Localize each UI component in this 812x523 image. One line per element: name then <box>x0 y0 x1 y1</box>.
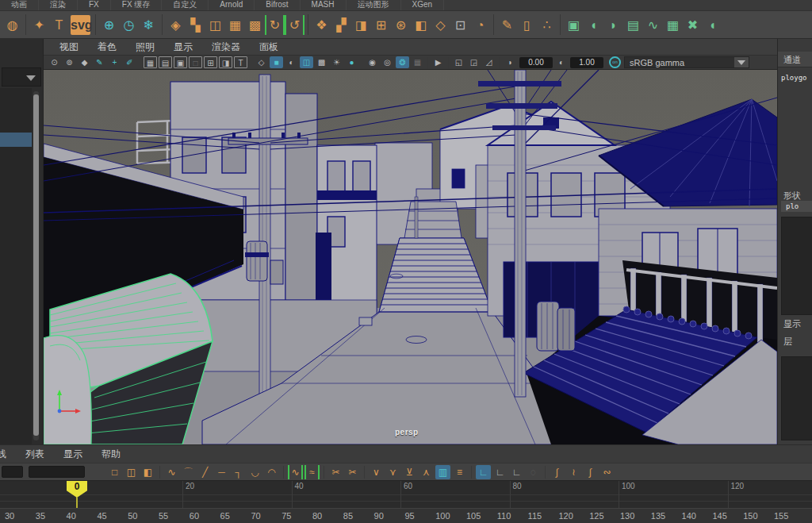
exposure-field[interactable]: 0.00 <box>519 57 553 68</box>
tangent-spline-icon[interactable]: ∿ <box>164 465 179 479</box>
time-snap-icon[interactable]: ▥ <box>435 465 450 479</box>
viewport-menu-2[interactable]: 照明 <box>126 40 164 54</box>
ghost-curve-icon[interactable]: ◌ <box>526 465 541 479</box>
post-infinity-cycle-icon[interactable]: ∫ <box>583 465 598 479</box>
frame-center-icon[interactable]: ◧ <box>140 465 155 479</box>
stacked-view-icon[interactable]: ∟ <box>492 465 508 479</box>
safe-action-icon[interactable]: ◨ <box>219 56 232 68</box>
gamma-field[interactable]: 1.00 <box>570 57 603 68</box>
locator-icon[interactable]: ⊕ <box>99 15 119 35</box>
layers-box[interactable] <box>781 356 812 440</box>
shadows-icon[interactable]: ● <box>345 56 358 68</box>
mash-network-icon[interactable]: ◈ <box>166 15 186 35</box>
mash-add-icon[interactable]: ▚ <box>186 15 205 35</box>
mash-grid-icon[interactable]: ▦ <box>225 15 245 35</box>
ao-icon[interactable]: ◉ <box>366 56 379 68</box>
pre-infinity-offset-icon[interactable]: ≀ <box>566 465 581 479</box>
xgen-curls-icon[interactable]: ∿ <box>643 15 663 35</box>
tangent-linear-icon[interactable]: ╱ <box>197 465 213 479</box>
poly-sphere-icon[interactable]: ◍ <box>2 15 22 35</box>
graph-time-ruler[interactable]: 0 20406080100120 <box>0 480 812 508</box>
snapshot-icon[interactable]: ◱ <box>452 56 465 68</box>
mash-half-icon[interactable]: ◧ <box>411 15 431 35</box>
pre-infinity-cycle-icon[interactable]: ∫ <box>550 465 565 479</box>
viewport-menu-4[interactable]: 渲染器 <box>202 40 250 54</box>
exposure-icon[interactable]: ◑ <box>503 56 516 68</box>
tangent-auto-icon[interactable]: ◠ <box>264 465 279 479</box>
tangent-step-icon[interactable]: ┐ <box>231 465 246 479</box>
shelf-tab-5[interactable]: Arnold <box>209 0 255 10</box>
select-cursor-icon[interactable]: ▶ <box>431 56 445 68</box>
curve-handles-icon[interactable]: ▯ <box>517 15 537 35</box>
shelf-tab-9[interactable]: XGen <box>401 0 445 10</box>
mash-dome-icon[interactable]: ◔ <box>470 15 490 35</box>
viewport-menu-3[interactable]: 显示 <box>164 40 202 54</box>
curve-knife-icon[interactable]: ✎ <box>497 15 517 35</box>
resolution-gate-icon[interactable]: ▣ <box>174 56 187 68</box>
layers-label[interactable]: 层 <box>778 336 792 348</box>
viewport-menu-5[interactable]: 面板 <box>250 40 288 54</box>
unify-tangents-icon[interactable]: ✂ <box>345 465 360 479</box>
xgen-groom-icon[interactable]: ◖ <box>584 15 603 35</box>
buffer-snapshot-icon[interactable]: ∿ <box>288 465 303 479</box>
mash-grid-plus-icon[interactable]: ⊞ <box>371 15 391 35</box>
bounding-box-icon[interactable]: ⊡ <box>450 15 470 35</box>
default-material-icon[interactable]: ▩ <box>315 56 328 68</box>
viewport-menu-0[interactable]: 视图 <box>50 40 88 54</box>
xgen-cross-icon[interactable]: ✖ <box>683 15 703 35</box>
time-slider[interactable]: 3035404550556065707580859095100105110115… <box>0 508 812 523</box>
bookmark-icon[interactable]: ◆ <box>78 56 91 68</box>
camera-tools-icon[interactable]: ✐ <box>123 56 136 68</box>
wireframe-icon[interactable]: ◇ <box>255 56 268 68</box>
tangent-plateau-icon[interactable]: ◡ <box>247 465 262 479</box>
lighting-icon[interactable]: ☀ <box>330 56 343 68</box>
multisample-icon[interactable]: ❂ <box>396 56 409 68</box>
camera-icon[interactable]: ⊚ <box>63 56 76 68</box>
value-snap-icon[interactable]: ≡ <box>452 465 467 479</box>
shaded-icon[interactable]: ■ <box>270 56 283 68</box>
xgen-description-icon[interactable]: ▣ <box>564 15 584 35</box>
outliner-scrollbar-thumb[interactable] <box>33 94 39 436</box>
mash-distribute-icon[interactable]: ◫ <box>205 15 225 35</box>
mash-spread-icon[interactable]: ▞ <box>331 15 351 35</box>
gate-mask-icon[interactable]: □ <box>189 56 202 68</box>
channel-values-box[interactable] <box>781 217 812 315</box>
mash-repro-icon[interactable]: ❖ <box>312 15 331 35</box>
shelf-tab-1[interactable]: 渲染 <box>39 0 78 10</box>
snapshot-new-icon[interactable]: ◲ <box>467 56 481 68</box>
viewport-menu-1[interactable]: 着色 <box>88 40 126 54</box>
absolute-view-icon[interactable]: ∟ <box>476 465 491 479</box>
shelf-tab-4[interactable]: 自定义 <box>162 0 209 10</box>
object-name[interactable]: ploygo <box>778 74 807 82</box>
frame-all-icon[interactable]: □ <box>107 465 122 479</box>
break-tangents-icon[interactable]: ✂ <box>328 465 343 479</box>
textured-icon[interactable]: ◐ <box>285 56 298 68</box>
image-plane-icon[interactable]: ✎ <box>93 56 106 68</box>
shelf-tab-8[interactable]: 运动图形 <box>347 0 401 10</box>
bake-instancer-alt-icon[interactable]: ↺ <box>285 15 304 35</box>
key-value-field[interactable] <box>29 466 85 478</box>
film-gate-icon[interactable]: ▤ <box>159 56 172 68</box>
xgen-window-icon[interactable]: ▦ <box>663 15 683 35</box>
tangent-clamped-icon[interactable]: ⌒ <box>181 465 196 479</box>
colorspace-dropdown[interactable]: sRGB gamma <box>624 56 749 68</box>
type-tool-icon[interactable]: T <box>49 15 69 35</box>
normalized-view-icon[interactable]: ∟ <box>509 465 524 479</box>
wireframe-on-shaded-icon[interactable]: ◫ <box>300 56 313 68</box>
shelf-tab-6[interactable]: Bifrost <box>255 0 300 10</box>
key-time-field[interactable] <box>2 466 23 478</box>
mash-cube-icon[interactable]: ◨ <box>351 15 371 35</box>
graph-menu-0[interactable]: 线 <box>0 448 16 461</box>
pan-zoom-icon[interactable]: + <box>108 56 121 68</box>
svg-tool-icon[interactable]: svg <box>71 15 90 35</box>
auto-tangent-icon[interactable]: ⋏ <box>419 465 434 479</box>
free-tangent-weight-icon[interactable]: ∨ <box>369 465 384 479</box>
graph-menu-2[interactable]: 显示 <box>54 448 92 461</box>
xgen-groom-alt-icon[interactable]: ◗ <box>603 15 623 35</box>
gamma-icon[interactable]: ◐ <box>556 56 567 68</box>
buffer-swap-icon[interactable]: ≈ <box>304 465 320 479</box>
motion-blur-icon[interactable]: ◎ <box>381 56 394 68</box>
zero-transform-icon[interactable]: ❄ <box>139 15 159 35</box>
display-label[interactable]: 显示 <box>778 318 801 330</box>
sparkle-icon[interactable]: ✦ <box>29 15 49 35</box>
